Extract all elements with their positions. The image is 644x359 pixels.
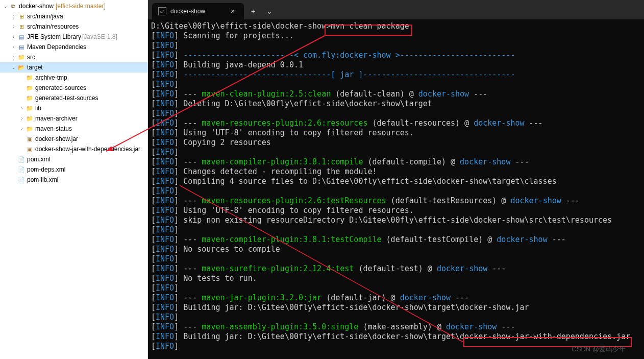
tree-item-docker-show-jar-with-dependencies-jar[interactable]: ▣docker-show-jar-with-dependencies.jar — [0, 144, 147, 154]
fold-icon: 📁 — [26, 125, 34, 133]
expand-arrow-icon[interactable]: › — [10, 33, 17, 40]
tree-label: maven-archiver — [35, 115, 78, 122]
tree-item-maven-dependencies[interactable]: ›▤Maven Dependencies — [0, 42, 147, 52]
terminal-tab-bar: c:\ docker-show × + ⌄ — [148, 0, 644, 19]
expand-arrow-icon[interactable] — [18, 84, 26, 91]
pkg-icon: ⊞ — [17, 12, 26, 20]
proj-icon: ⧉ — [9, 2, 17, 10]
expand-arrow-icon[interactable]: › — [18, 115, 26, 122]
tree-item-docker-show-jar[interactable]: ▣docker-show.jar — [0, 134, 147, 144]
tab-title: docker-show — [170, 8, 228, 15]
tree-label: generated-sources — [35, 84, 86, 91]
jar-icon: ▣ — [26, 145, 34, 153]
tree-label: archive-tmp — [35, 74, 67, 81]
tree-label: docker-show.jar — [35, 135, 78, 142]
fold-icon: 📁 — [26, 104, 34, 112]
fold-icon: 📁 — [26, 94, 34, 102]
expand-arrow-icon[interactable]: › — [10, 43, 17, 51]
tree-label: docker-show-jar-with-dependencies.jar — [35, 146, 140, 153]
tree-item-jre-system-library[interactable]: ›▤JRE System Library[JavaSE-1.8] — [0, 32, 147, 42]
tree-item-pom-xml[interactable]: 📄pom.xml — [0, 154, 147, 164]
expand-arrow-icon[interactable]: › — [18, 125, 26, 132]
tree-item-archive-tmp[interactable]: 📁archive-tmp — [0, 73, 147, 83]
tree-item-pom-lib-xml[interactable]: 📄pom-lib.xml — [0, 175, 147, 185]
tree-label: Maven Dependencies — [27, 43, 86, 51]
terminal-window: c:\ docker-show × + ⌄ D:\Gitee\00fly\eff… — [148, 0, 644, 359]
cmd-icon: c:\ — [158, 7, 166, 15]
tree-label: src/main/java — [27, 13, 63, 20]
expand-arrow-icon[interactable]: › — [10, 54, 17, 61]
watermark: CSDN @爱码少年 — [572, 345, 626, 354]
project-explorer: ⌄⧉docker-show[effict-side master]›⊞src/m… — [0, 0, 148, 359]
fold-icon: 📁 — [26, 114, 34, 123]
tree-label: lib — [35, 105, 41, 112]
fold-icon: 📁 — [17, 53, 26, 61]
tree-item-src-main-resources[interactable]: ›⊞src/main/resources — [0, 21, 147, 32]
tree-label: pom-lib.xml — [27, 176, 58, 183]
vcs-decorator: [effict-side master] — [56, 3, 106, 10]
lib-icon: ▤ — [17, 43, 26, 51]
tree-item-maven-archiver[interactable]: ›📁maven-archiver — [0, 113, 147, 124]
xml-icon: 📄 — [17, 176, 26, 184]
expand-arrow-icon[interactable]: › — [10, 23, 17, 30]
tree-label: JRE System Library — [27, 33, 81, 40]
xml-icon: 📄 — [17, 155, 26, 163]
expand-arrow-icon[interactable]: ⌄ — [2, 3, 9, 10]
tree-label: target — [27, 64, 43, 71]
tree-item-src-main-java[interactable]: ›⊞src/main/java — [0, 11, 147, 21]
tree-item-lib[interactable]: ›📁lib — [0, 103, 147, 113]
jar-icon: ▣ — [26, 135, 34, 143]
tree-label: docker-show — [19, 3, 54, 10]
lib-decorator: [JavaSE-1.8] — [82, 33, 117, 40]
expand-arrow-icon[interactable] — [18, 146, 26, 153]
terminal-tab[interactable]: c:\ docker-show × — [152, 3, 244, 19]
terminal-output[interactable]: D:\Gitee\00fly\effict-side\docker-show>m… — [148, 19, 644, 353]
expand-arrow-icon[interactable]: › — [18, 105, 26, 112]
close-icon[interactable]: × — [228, 6, 238, 16]
tree-label: src/main/resources — [27, 23, 79, 30]
fold-icon: 📁 — [26, 84, 34, 92]
tree-item-generated-test-sources[interactable]: 📁generated-test-sources — [0, 93, 147, 103]
tree-item-docker-show[interactable]: ⌄⧉docker-show[effict-side master] — [0, 1, 147, 11]
expand-arrow-icon[interactable] — [10, 156, 17, 163]
tree-label: maven-status — [35, 125, 72, 132]
xml-icon: 📄 — [17, 165, 26, 174]
tree-label: pom.xml — [27, 156, 50, 163]
tree-item-src[interactable]: ›📁src — [0, 52, 147, 62]
expand-arrow-icon[interactable] — [18, 94, 26, 102]
expand-arrow-icon[interactable] — [10, 176, 17, 183]
tree-item-pom-deps-xml[interactable]: 📄pom-deps.xml — [0, 164, 147, 175]
tree-label: pom-deps.xml — [27, 166, 65, 173]
expand-arrow-icon[interactable]: › — [10, 13, 17, 20]
tree-label: src — [27, 54, 35, 61]
chevron-down-icon[interactable]: ⌄ — [261, 3, 278, 19]
fold-open-icon: 📂 — [17, 63, 26, 71]
tree-item-target[interactable]: ⌄📂target — [0, 62, 147, 73]
new-tab-button[interactable]: + — [245, 3, 261, 19]
file-tree[interactable]: ⌄⧉docker-show[effict-side master]›⊞src/m… — [0, 0, 147, 186]
tree-item-maven-status[interactable]: ›📁maven-status — [0, 124, 147, 134]
tree-label: generated-test-sources — [35, 94, 98, 102]
expand-arrow-icon[interactable] — [18, 74, 26, 81]
lib-icon: ▤ — [17, 33, 26, 41]
fold-icon: 📁 — [26, 74, 34, 82]
expand-arrow-icon[interactable] — [10, 166, 17, 173]
expand-arrow-icon[interactable] — [18, 135, 26, 142]
expand-arrow-icon[interactable]: ⌄ — [10, 64, 17, 71]
pkg-icon: ⊞ — [17, 22, 26, 31]
tree-item-generated-sources[interactable]: 📁generated-sources — [0, 83, 147, 93]
